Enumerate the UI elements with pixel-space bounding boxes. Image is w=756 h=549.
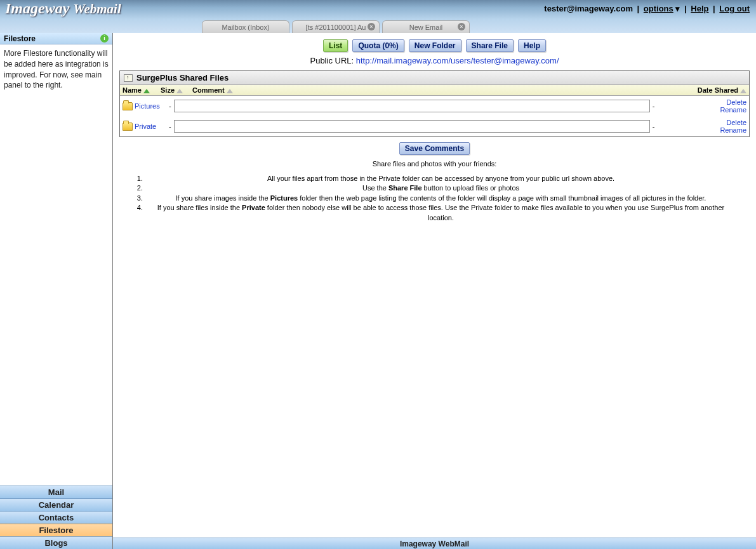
- logo-main: Imageway: [5, 0, 69, 17]
- user-email: tester@imageway.com: [544, 4, 633, 13]
- date-value: -: [653, 102, 655, 110]
- folder-icon: [123, 122, 133, 131]
- tab-new-email[interactable]: New Email ×: [382, 20, 470, 33]
- tab-mailbox[interactable]: Mailbox (Inbox): [202, 20, 289, 33]
- public-url: Public URL: http://mail.imageway.com/use…: [119, 56, 750, 65]
- delete-link[interactable]: Delete: [670, 119, 746, 126]
- sort-icon: [176, 89, 183, 93]
- size-value: -: [169, 102, 171, 110]
- comment-input[interactable]: [174, 100, 650, 112]
- main: List Quota (0%) New Folder Share File He…: [113, 33, 756, 549]
- help-link[interactable]: Help: [691, 4, 708, 13]
- size-value: -: [169, 122, 171, 130]
- folder-up-icon[interactable]: [124, 74, 133, 82]
- sidebar: Filestore i More Filestore functionality…: [0, 33, 113, 549]
- files-panel: SurgePlus Shared Files Name Size Comment…: [119, 70, 750, 137]
- save-row: Save Comments: [119, 142, 750, 155]
- rename-link[interactable]: Rename: [670, 106, 746, 114]
- share-file-button[interactable]: Share File: [466, 39, 514, 52]
- public-url-label: Public URL:: [310, 56, 355, 65]
- list-button[interactable]: List: [323, 39, 348, 52]
- list-item: All your files apart from those in the P…: [145, 174, 737, 183]
- info-list: All your files apart from those in the P…: [145, 174, 737, 223]
- panel-header: SurgePlus Shared Files: [120, 71, 749, 85]
- save-comments-button[interactable]: Save Comments: [399, 142, 470, 155]
- new-folder-button[interactable]: New Folder: [409, 39, 461, 52]
- close-icon[interactable]: ×: [458, 23, 465, 30]
- rename-link[interactable]: Rename: [670, 126, 746, 134]
- quota-button[interactable]: Quota (0%): [352, 39, 404, 52]
- nav-filestore[interactable]: Filestore: [0, 524, 112, 536]
- row-actions: Delete Rename: [670, 98, 746, 114]
- tab-label: [ts #201100001] Au: [306, 23, 366, 31]
- sort-icon: [227, 89, 233, 93]
- date-value: -: [653, 122, 655, 130]
- folder-icon: [123, 102, 133, 110]
- sidebar-header: Filestore i: [0, 33, 112, 44]
- tab-label: Mailbox (Inbox): [222, 23, 269, 31]
- nav-contacts[interactable]: Contacts: [0, 511, 112, 524]
- list-item: Use the Share File button to upload file…: [145, 183, 737, 193]
- table-row: Private - - Delete Rename: [120, 116, 749, 136]
- sort-icon: [143, 89, 150, 93]
- folder-link[interactable]: Pictures: [135, 102, 166, 110]
- folder-link[interactable]: Private: [135, 122, 166, 130]
- sidebar-text: More Filestore functionality will be add…: [0, 44, 112, 486]
- nav-mail[interactable]: Mail: [0, 486, 112, 498]
- public-url-link[interactable]: http://mail.imageway.com/users/tester@im…: [356, 56, 559, 65]
- sort-icon: [740, 89, 746, 93]
- close-icon[interactable]: ×: [368, 23, 375, 30]
- col-date[interactable]: Date Shared: [670, 86, 746, 94]
- logo: Imageway Webmail: [5, 0, 121, 17]
- help-button[interactable]: Help: [518, 39, 546, 52]
- delete-link[interactable]: Delete: [670, 98, 746, 106]
- logout-link[interactable]: Log out: [719, 4, 750, 13]
- tabs: Mailbox (Inbox) [ts #201100001] Au × New…: [202, 20, 470, 33]
- header: Imageway Webmail tester@imageway.com | o…: [0, 0, 756, 19]
- comment-input[interactable]: [174, 120, 650, 133]
- footer: Imageway WebMail: [113, 538, 756, 549]
- col-name[interactable]: Name: [123, 86, 161, 94]
- list-item: If you share files inside the Private fo…: [145, 203, 737, 223]
- share-heading: Share files and photos with your friends…: [119, 160, 750, 168]
- info-icon[interactable]: i: [100, 34, 109, 43]
- panel-title: SurgePlus Shared Files: [136, 73, 229, 83]
- list-item: If you share images inside the Pictures …: [145, 194, 737, 203]
- tabs-row: Mailbox (Inbox) [ts #201100001] Au × New…: [0, 19, 756, 33]
- logo-sub: Webmail: [73, 1, 121, 17]
- top-actions: tester@imageway.com | options ▾ | Help |…: [544, 4, 750, 13]
- sidebar-nav: Mail Calendar Contacts Filestore Blogs: [0, 486, 112, 549]
- col-size[interactable]: Size: [161, 86, 192, 94]
- nav-blogs[interactable]: Blogs: [0, 536, 112, 549]
- col-comment[interactable]: Comment: [192, 86, 670, 94]
- row-actions: Delete Rename: [670, 119, 746, 134]
- tab-ticket[interactable]: [ts #201100001] Au ×: [292, 20, 380, 33]
- content: List Quota (0%) New Folder Share File He…: [113, 33, 756, 538]
- options-link[interactable]: options: [644, 4, 673, 13]
- columns-header: Name Size Comment Date Shared: [120, 85, 749, 96]
- toolbar: List Quota (0%) New Folder Share File He…: [119, 39, 750, 52]
- sidebar-title: Filestore: [4, 34, 36, 43]
- table-row: Pictures - - Delete Rename: [120, 96, 749, 116]
- nav-calendar[interactable]: Calendar: [0, 498, 112, 511]
- tab-label: New Email: [409, 23, 443, 31]
